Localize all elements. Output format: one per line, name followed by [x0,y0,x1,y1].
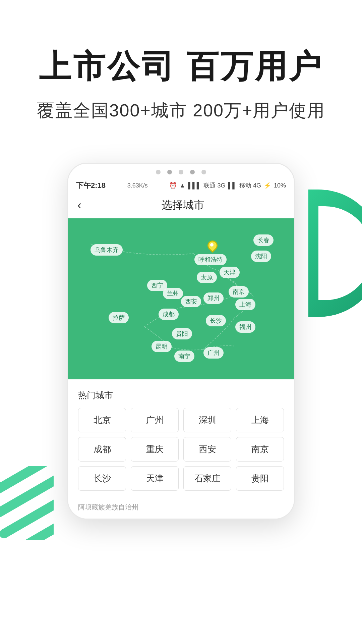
main-title: 上市公司 百万用户 [27,47,335,86]
battery-level: 10% [274,182,286,189]
map-city-label[interactable]: 贵阳 [172,328,192,339]
map-area[interactable]: 乌鲁木齐长春沈阳呼和浩特天津太原西宁兰州西安郑州南京上海拉萨成都长沙贵阳福州昆明… [68,218,294,379]
carrier1: 联通 3G [203,181,225,190]
pin-dot [210,243,214,247]
dot-4 [190,170,195,174]
map-city-label[interactable]: 福州 [235,321,255,333]
city-button[interactable]: 上海 [236,408,284,432]
map-city-label[interactable]: 呼和浩特 [194,254,227,265]
map-city-label[interactable]: 昆明 [152,341,172,352]
signal-bars-icon: ▌▌▌ [188,182,201,189]
map-background: 乌鲁木齐长春沈阳呼和浩特天津太原西宁兰州西安郑州南京上海拉萨成都长沙贵阳福州昆明… [68,218,294,379]
map-city-label[interactable]: 广州 [203,347,224,359]
map-city-label[interactable]: 天津 [220,267,240,278]
city-button[interactable]: 广州 [131,408,179,432]
top-section: 上市公司 百万用户 覆盖全国300+城市 200万+用户使用 [0,0,362,143]
phone-bottom-text: 阿坝藏族羌族自治州 [68,497,294,519]
status-right: ⏰ ▲ ▌▌▌ 联通 3G ▌▌ 移动 4G ⚡ 10% [169,181,286,190]
map-city-label[interactable]: 南京 [229,286,249,298]
city-button[interactable]: 长沙 [78,466,126,491]
map-city-label[interactable]: 成都 [159,309,179,320]
status-speed: 3.63K/s [127,182,148,189]
phone-nav: ‹ 选择城市 [68,193,294,218]
wifi-icon: ▲ [179,182,185,189]
hot-cities-section: 热门城市 北京广州深圳上海成都重庆西安南京长沙天津石家庄贵阳 [68,379,294,497]
city-button[interactable]: 天津 [131,466,179,491]
status-time: 下午2:18 [76,180,106,191]
dot-2 [167,170,172,174]
map-city-label[interactable]: 沈阳 [251,251,271,262]
city-button[interactable]: 贵阳 [236,466,284,491]
map-city-label[interactable]: 长沙 [206,315,226,326]
status-bar: 下午2:18 3.63K/s ⏰ ▲ ▌▌▌ 联通 3G ▌▌ 移动 4G ⚡ … [68,178,294,193]
city-button[interactable]: 重庆 [131,437,179,462]
map-city-label[interactable]: 西安 [181,296,201,307]
city-button[interactable]: 南京 [236,437,284,462]
dot-1 [156,170,161,174]
phone-frame: 下午2:18 3.63K/s ⏰ ▲ ▌▌▌ 联通 3G ▌▌ 移动 4G ⚡ … [67,163,295,520]
carrier2: 移动 4G [239,181,261,190]
cities-grid: 北京广州深圳上海成都重庆西安南京长沙天津石家庄贵阳 [78,408,284,491]
map-city-label[interactable]: 长春 [253,234,274,246]
map-city-label[interactable]: 上海 [235,299,255,310]
city-button[interactable]: 西安 [183,437,231,462]
phone-dots [68,164,294,178]
phone-section: 下午2:18 3.63K/s ⏰ ▲ ▌▌▌ 联通 3G ▌▌ 移动 4G ⚡ … [0,163,362,520]
map-city-label[interactable]: 郑州 [203,292,224,304]
map-city-label[interactable]: 兰州 [163,288,183,299]
city-button[interactable]: 北京 [78,408,126,432]
alarm-icon: ⏰ [169,182,177,189]
green-stripes-decoration [0,466,54,540]
signal-bars2-icon: ▌▌ [228,182,237,189]
green-circle-decoration [308,190,362,317]
sub-title: 覆盖全国300+城市 200万+用户使用 [27,99,335,122]
green-circle-inner [318,206,362,300]
city-button[interactable]: 石家庄 [183,466,231,491]
back-button[interactable]: ‹ [77,198,81,212]
dot-5 [201,170,206,174]
nav-title: 选择城市 [81,198,285,213]
city-button[interactable]: 深圳 [183,408,231,432]
dot-3 [179,170,183,174]
map-city-label[interactable]: 太原 [197,272,217,283]
hot-cities-title: 热门城市 [78,389,284,401]
map-city-label[interactable]: 拉萨 [109,312,129,323]
lightning-icon: ⚡ [264,182,271,189]
map-city-label[interactable]: 乌鲁木齐 [90,244,123,256]
city-button[interactable]: 成都 [78,437,126,462]
map-city-label[interactable]: 南宁 [174,351,194,362]
location-pin [207,240,218,254]
